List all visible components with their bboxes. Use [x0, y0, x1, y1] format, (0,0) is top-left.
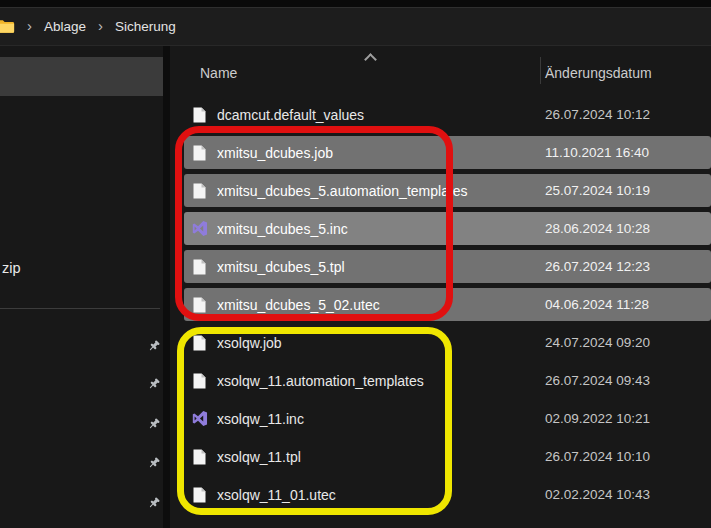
navigation-pane: zip: [0, 46, 163, 528]
sidebar-selected-item[interactable]: [0, 57, 163, 96]
file-row[interactable]: xsolqw.job 24.07.2024 09:20: [184, 326, 711, 359]
file-date: 26.07.2024 12:23: [545, 259, 650, 274]
folder-icon: [0, 19, 15, 34]
pin-icon: [147, 496, 161, 510]
pin-icon: [147, 456, 161, 470]
pin-icon: [147, 377, 161, 391]
column-header-modified[interactable]: Änderungsdatum: [545, 65, 652, 81]
document-icon: [191, 449, 208, 465]
file-name: xmitsu_dcubes_5_02.utec: [217, 297, 380, 313]
file-row[interactable]: xsolqw_11.automation_templates 26.07.202…: [184, 364, 711, 397]
file-row[interactable]: xmitsu_dcubes_5.inc 28.06.2024 10:28: [184, 212, 711, 245]
visual-studio-icon: [191, 410, 208, 427]
file-name: xmitsu_dcubes_5.automation_templates: [217, 183, 468, 199]
file-row[interactable]: xsolqw_11.tpl 26.07.2024 10:10: [184, 440, 711, 473]
file-row[interactable]: xmitsu_dcubes_5_02.utec 04.06.2024 11:28: [184, 288, 711, 321]
file-date: 26.07.2024 09:43: [545, 373, 650, 388]
file-row[interactable]: xsolqw_11_01.utec 02.02.2024 10:43: [184, 478, 711, 511]
document-icon: [191, 487, 208, 503]
pane-divider: [163, 46, 170, 528]
file-name: xsolqw.job: [217, 335, 282, 351]
file-date: 04.06.2024 11:28: [545, 297, 649, 312]
pin-icon: [147, 339, 161, 353]
file-name: xsolqw_11.automation_templates: [217, 373, 424, 389]
file-name: xsolqw_11_01.utec: [217, 487, 336, 503]
document-icon: [191, 145, 208, 161]
sort-ascending-icon: [364, 53, 377, 66]
chevron-right-icon: ›: [98, 18, 103, 33]
file-name: xmitsu_dcubes.job: [217, 145, 333, 161]
column-divider[interactable]: [540, 57, 541, 84]
file-row[interactable]: xmitsu_dcubes_5.automation_templates 25.…: [184, 174, 711, 207]
sidebar-item-label-truncated[interactable]: zip: [2, 260, 21, 276]
file-name: xmitsu_dcubes_5.inc: [217, 221, 348, 237]
chevron-right-icon: ›: [27, 18, 32, 33]
file-date: 28.06.2024 10:28: [545, 221, 650, 236]
file-date: 26.07.2024 10:10: [545, 449, 650, 464]
file-row[interactable]: xsolqw_11.inc 02.09.2022 10:21: [184, 402, 711, 435]
file-list: dcamcut.default_values 26.07.2024 10:12 …: [170, 98, 711, 511]
file-row[interactable]: xmitsu_dcubes_5.tpl 26.07.2024 12:23: [184, 250, 711, 283]
file-date: 24.07.2024 09:20: [545, 335, 650, 350]
document-icon: [191, 183, 208, 199]
pin-icon: [147, 417, 161, 431]
file-name: xmitsu_dcubes_5.tpl: [217, 259, 345, 275]
breadcrumb: › Ablage › Sicherung: [0, 8, 711, 46]
file-date: 02.09.2022 10:21: [545, 411, 650, 426]
column-header-name[interactable]: Name: [200, 65, 237, 81]
file-date: 26.07.2024 10:12: [545, 107, 650, 122]
document-icon: [191, 297, 208, 313]
sidebar-divider: [0, 308, 160, 309]
document-icon: [191, 373, 208, 389]
document-icon: [191, 259, 208, 275]
file-name: dcamcut.default_values: [217, 107, 364, 123]
file-date: 25.07.2024 10:19: [545, 183, 650, 198]
window-top-strip: [0, 0, 711, 8]
file-name: xsolqw_11.tpl: [217, 449, 301, 465]
column-header-row: Name Änderungsdatum: [170, 46, 711, 98]
file-name: xsolqw_11.inc: [217, 411, 304, 427]
file-row[interactable]: xmitsu_dcubes.job 11.10.2021 16:40: [184, 136, 711, 169]
file-list-pane: Name Änderungsdatum dcamcut.default_valu…: [170, 46, 711, 528]
explorer-body: zip: [0, 46, 711, 528]
file-row[interactable]: dcamcut.default_values 26.07.2024 10:12: [184, 98, 711, 131]
breadcrumb-item-ablage[interactable]: Ablage: [44, 19, 86, 34]
file-date: 02.02.2024 10:43: [545, 487, 650, 502]
file-date: 11.10.2021 16:40: [545, 145, 649, 160]
document-icon: [191, 335, 208, 351]
document-icon: [191, 107, 208, 123]
visual-studio-icon: [191, 220, 208, 237]
breadcrumb-item-sicherung[interactable]: Sicherung: [115, 19, 176, 34]
